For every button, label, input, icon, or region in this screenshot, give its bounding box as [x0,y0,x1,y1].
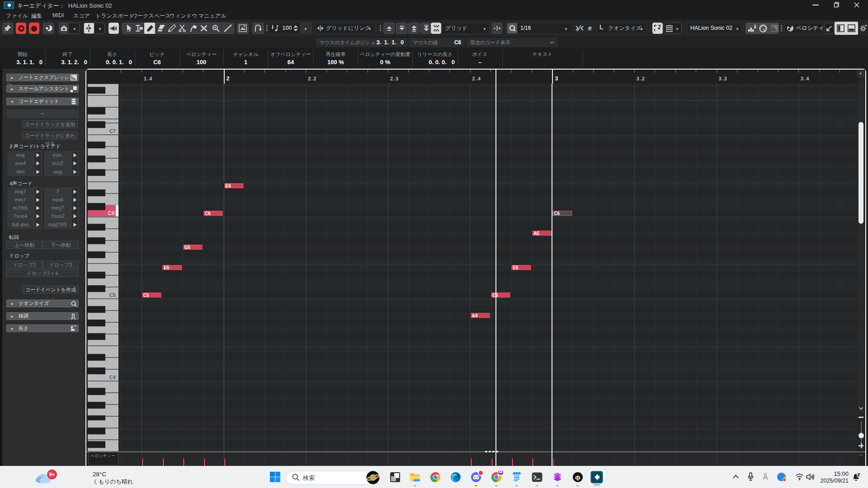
svg-text:ф: ф [575,474,580,481]
svg-text:S: S [19,26,23,31]
